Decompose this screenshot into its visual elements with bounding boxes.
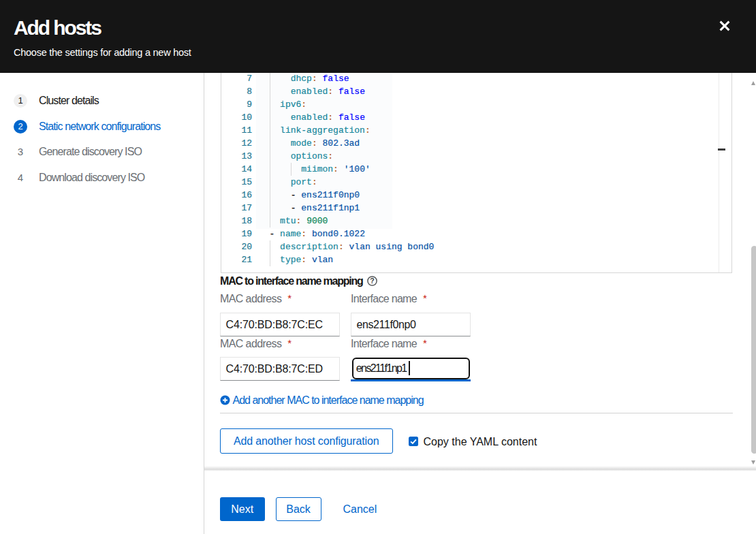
svg-text:?: ? <box>370 277 374 285</box>
